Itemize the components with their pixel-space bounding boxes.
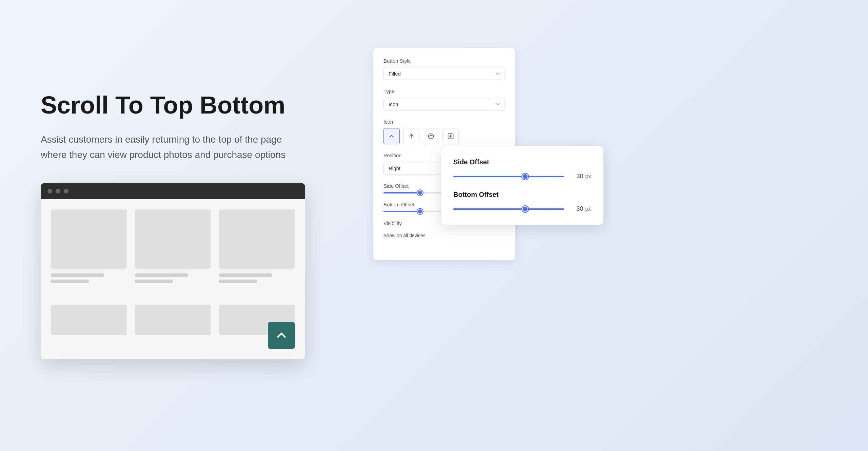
type-section: Type Icon: [383, 88, 505, 111]
icon-label: Icon: [383, 119, 505, 125]
product-col-2: [135, 209, 211, 297]
arrow-up-circle-icon: [428, 133, 434, 140]
info-bar-4: [135, 280, 173, 283]
icon-btn-1[interactable]: [383, 128, 400, 144]
info-bar-2: [51, 280, 89, 283]
product-card-3: [219, 209, 295, 269]
info-bar-3: [135, 273, 188, 277]
bottom-offset-detail-slider[interactable]: [453, 208, 564, 210]
side-offset-fill: [383, 192, 420, 193]
info-bar-6: [219, 280, 257, 283]
offset-detail-panel: Side Offset 30 px Bottom Offset: [441, 146, 604, 225]
chevron-up-icon: [388, 133, 395, 140]
arrow-up-icon: [275, 329, 288, 342]
product-col-1: [51, 209, 127, 297]
bottom-offset-value-box: 30 px: [570, 205, 591, 212]
bottom-offset-detail-thumb[interactable]: [522, 206, 528, 212]
page-description: Assist customers in easily returning to …: [41, 132, 305, 163]
side-offset-detail-fill: [453, 176, 526, 177]
scroll-to-top-button[interactable]: [268, 322, 295, 349]
product-info-3: [219, 272, 295, 283]
browser-content: [41, 199, 305, 359]
side-offset-thumb[interactable]: [417, 190, 423, 196]
product-col-3: [219, 209, 295, 297]
button-style-label: Button Style: [383, 58, 505, 64]
offset-side-section: Side Offset 30 px: [453, 158, 591, 180]
visibility-value: Show on all devices: [383, 229, 505, 242]
product-card-1: [51, 209, 127, 269]
button-style-section: Button Style Filled: [383, 58, 505, 80]
product-card-4: [51, 305, 127, 335]
right-content: Button Style Filled Type Icon Icon: [346, 27, 827, 424]
browser-dot-3: [64, 189, 68, 193]
icon-btn-3[interactable]: [423, 128, 439, 144]
browser-dot-1: [47, 189, 52, 193]
product-info-1: [51, 272, 127, 283]
page-title: Scroll To Top Bottom: [41, 92, 326, 119]
offset-bottom-section: Bottom Offset 30 px: [453, 191, 591, 212]
product-card-5: [135, 305, 211, 335]
product-card-2: [135, 209, 211, 269]
bottom-offset-thumb[interactable]: [417, 209, 423, 214]
browser-titlebar: [41, 183, 305, 199]
side-offset-value-box: 30 px: [570, 173, 591, 180]
bottom-offset-title: Bottom Offset: [453, 191, 591, 199]
bottom-offset-detail-fill: [453, 208, 526, 210]
side-offset-value: 30: [570, 173, 583, 180]
type-label: Type: [383, 88, 505, 94]
arrow-up-icon-2: [408, 133, 415, 140]
browser-dot-2: [56, 189, 60, 193]
button-style-select[interactable]: Filled: [383, 67, 505, 80]
bottom-offset-fill: [383, 211, 420, 212]
side-offset-detail-row: 30 px: [453, 173, 591, 180]
browser-mockup: [41, 183, 305, 359]
info-bar-1: [51, 273, 104, 277]
side-offset-detail-slider[interactable]: [453, 176, 564, 177]
info-bar-5: [219, 273, 272, 277]
icon-options-group: [383, 128, 505, 144]
page-container: Scroll To Top Bottom Assist customers in…: [0, 0, 868, 451]
bottom-offset-unit: px: [585, 206, 591, 212]
icon-btn-4[interactable]: [442, 128, 459, 144]
type-select[interactable]: Icon: [383, 98, 505, 111]
bottom-offset-detail-row: 30 px: [453, 205, 591, 212]
product-info-2: [135, 272, 211, 283]
side-offset-unit: px: [585, 173, 591, 180]
bottom-offset-value: 30: [570, 205, 583, 212]
arrow-up-square-icon: [447, 133, 454, 140]
side-offset-title: Side Offset: [453, 158, 591, 166]
icon-section: Icon: [383, 119, 505, 144]
left-content: Scroll To Top Bottom Assist customers in…: [41, 92, 346, 359]
side-offset-detail-thumb[interactable]: [522, 173, 528, 180]
icon-btn-2[interactable]: [403, 128, 419, 144]
